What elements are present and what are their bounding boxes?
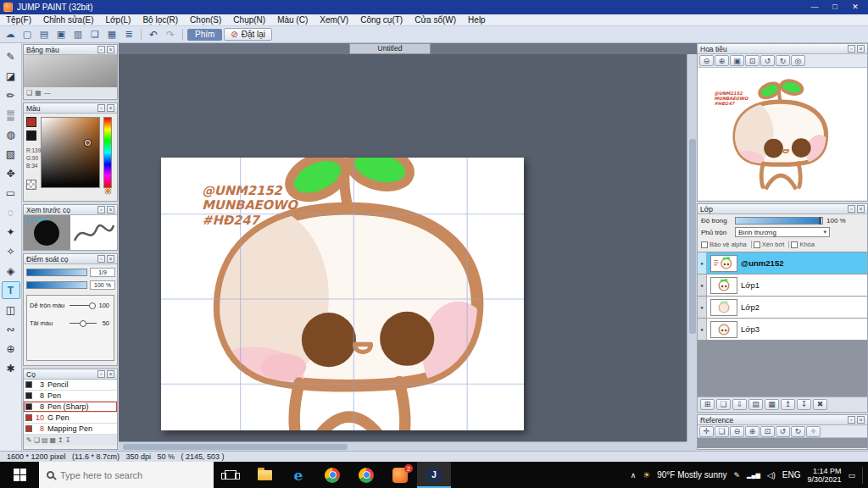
panel-close-icon[interactable]: ×	[857, 416, 865, 424]
panel-close-icon[interactable]: ×	[107, 46, 114, 53]
clipping-checkbox[interactable]	[754, 241, 760, 248]
mix-color-slider[interactable]	[70, 305, 97, 306]
reset-view-icon[interactable]: ◎	[791, 55, 805, 66]
menu-help[interactable]: Help	[462, 14, 492, 26]
foreground-color-swatch[interactable]	[26, 117, 36, 127]
ref-image-icon[interactable]: ❏	[715, 426, 729, 437]
file-explorer-button[interactable]	[248, 462, 281, 488]
opacity-slider[interactable]	[735, 217, 823, 225]
panel-close-icon[interactable]: ×	[107, 370, 114, 378]
load-color-slider[interactable]	[70, 323, 97, 324]
duplicate-brush-icon[interactable]: ❏	[34, 436, 40, 444]
brush-row[interactable]: 3 Pencil	[24, 380, 117, 391]
hidden-icons-chevron[interactable]: ∧	[631, 471, 637, 480]
brush-opacity-value[interactable]: 100 %	[90, 280, 115, 290]
visibility-icon[interactable]: ●	[698, 297, 707, 318]
airbrush-tool[interactable]: ▒	[2, 106, 20, 124]
task-view-button[interactable]	[214, 462, 248, 488]
lasso-tool[interactable]: ◌	[2, 203, 20, 221]
panel-collapse-icon[interactable]: ▫	[97, 206, 105, 214]
curve-tool[interactable]: ∾	[2, 320, 20, 338]
panel-collapse-icon[interactable]: ▫	[97, 255, 105, 263]
canvas-tab[interactable]: Untitled	[349, 43, 431, 54]
fit-window-icon[interactable]: ▣	[730, 55, 744, 66]
delete-swatch-icon[interactable]: ▦	[35, 89, 42, 97]
select-tool[interactable]: ▭	[2, 184, 20, 202]
snap-toggle-button[interactable]: Phím	[187, 29, 222, 41]
menu-edit[interactable]: Chỉnh sửa(E)	[37, 14, 100, 26]
brush-size-value[interactable]: 1/9	[90, 268, 115, 277]
duplicate-layer-icon[interactable]: ❏	[716, 399, 731, 410]
menu-view[interactable]: Xem(V)	[314, 14, 354, 26]
layer-up-icon[interactable]: ↥	[781, 399, 795, 410]
chrome-2-button[interactable]	[349, 462, 383, 488]
zoom-in-icon[interactable]: ⊕	[715, 55, 729, 66]
panel-close-icon[interactable]: ×	[107, 255, 114, 263]
blend-mode-select[interactable]: Bình thường ▾	[735, 227, 830, 237]
magic-wand-tool[interactable]: ✦	[2, 223, 20, 241]
layer-row[interactable]: ● Lớp3	[698, 319, 867, 341]
action-center-icon[interactable]: ▭	[848, 471, 855, 480]
ref-rotate-right-icon[interactable]: ↻	[791, 426, 805, 437]
text-tool[interactable]: T	[2, 281, 20, 299]
rotate-right-icon[interactable]: ↻	[776, 55, 790, 66]
swatch-menu-icon[interactable]: —	[44, 89, 51, 97]
hand-tool[interactable]: ✱	[2, 359, 20, 377]
horizontal-scrollbar[interactable]	[119, 441, 687, 451]
canvas-workspace[interactable]: @UNM2152 MUNBAEOWO #HĐ247	[119, 54, 687, 441]
brush-opacity-slider[interactable]	[26, 281, 87, 289]
save-file-icon[interactable]: ▣	[53, 28, 69, 42]
paint-app-button[interactable]: 2	[383, 462, 417, 488]
menu-tool[interactable]: Công cụ(T)	[354, 14, 409, 26]
close-button[interactable]: ✕	[846, 2, 865, 13]
layer-row-selected[interactable]: ● @unm2152	[698, 252, 867, 274]
panel-collapse-icon[interactable]: ▫	[97, 104, 105, 112]
pen-tray-icon[interactable]: ✎	[734, 471, 741, 480]
opacity-slider-thumb[interactable]	[819, 217, 821, 225]
eraser-tool[interactable]: ◪	[2, 67, 20, 85]
merge-down-icon[interactable]: ⇩	[732, 399, 747, 410]
cloud-sync-icon[interactable]: ☁	[3, 28, 18, 42]
panel-collapse-icon[interactable]: ▫	[848, 416, 855, 424]
brush-row[interactable]: 10 G Pen	[24, 413, 117, 424]
panel-collapse-icon[interactable]: ▫	[97, 370, 105, 378]
panel-collapse-icon[interactable]: ▫	[848, 45, 855, 53]
ref-move-icon[interactable]: ✛	[699, 426, 714, 437]
brush-row[interactable]: 8 Pen	[24, 391, 117, 402]
fill-tool[interactable]: ◍	[2, 125, 20, 143]
menu-snap[interactable]: Chụp(N)	[227, 14, 271, 26]
drawing-canvas[interactable]: @UNM2152 MUNBAEOWO #HĐ247	[161, 158, 524, 430]
ref-zoom-in-icon[interactable]: ⊕	[745, 426, 760, 437]
ref-pick-icon[interactable]: ✧	[806, 426, 821, 437]
shape-tool[interactable]: ◈	[2, 262, 20, 280]
gradient-tool[interactable]: ▧	[2, 145, 20, 163]
layer-row[interactable]: ● Lớp2	[698, 297, 867, 319]
zoom-out-icon[interactable]: ⊖	[699, 55, 714, 66]
menu-color[interactable]: Màu (C)	[271, 14, 314, 26]
volume-icon[interactable]: ◁)	[767, 471, 776, 480]
minimize-button[interactable]: —	[805, 2, 824, 13]
background-color-swatch[interactable]	[26, 130, 36, 141]
brush-row[interactable]: 8 Mapping Pen	[24, 424, 117, 435]
load-color-thumb[interactable]	[80, 320, 86, 327]
vertical-scrollbar[interactable]	[687, 54, 697, 441]
taskbar-search[interactable]	[39, 462, 214, 488]
undo-button[interactable]: ↶	[146, 28, 161, 42]
brush-folder-icon[interactable]: ▤	[42, 436, 48, 444]
redo-button[interactable]: ↷	[163, 28, 178, 42]
panel-close-icon[interactable]: ×	[107, 206, 114, 214]
ref-actual-size-icon[interactable]: ⊡	[760, 426, 775, 437]
panel-collapse-icon[interactable]: ▫	[848, 205, 855, 213]
navigator-preview[interactable]: @UNM2152 MUNBAEOWO #HĐ247	[698, 68, 867, 200]
zoom-tool[interactable]: ⊕	[2, 340, 20, 358]
jump-paint-button[interactable]: J	[417, 462, 451, 488]
hue-marker[interactable]	[105, 188, 111, 194]
brush-row-selected[interactable]: 8 Pen (Sharp)	[24, 402, 117, 413]
move-tool[interactable]: ✥	[2, 164, 20, 182]
new-swatch-icon[interactable]: ❏	[26, 89, 32, 97]
view-settings-icon[interactable]: ≣	[121, 28, 136, 42]
brush-up-icon[interactable]: ↥	[58, 436, 64, 444]
divide-tool[interactable]: ◫	[2, 301, 20, 319]
hsv-square[interactable]	[41, 117, 100, 188]
brush-size-slider[interactable]	[26, 269, 87, 276]
